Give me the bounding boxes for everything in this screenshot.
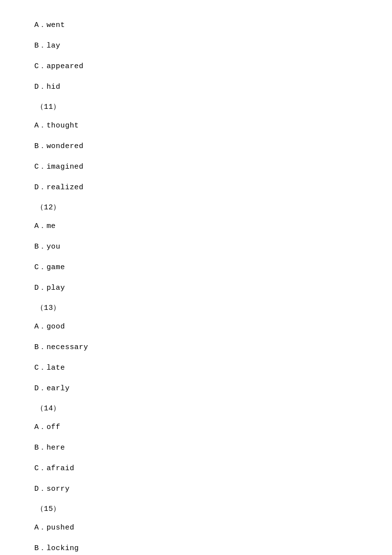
- option-b-you: B．you: [34, 241, 358, 253]
- option-d-realized: D．realized: [34, 182, 358, 194]
- question-group-11: （11） A．thought B．wondered C．imagined D．r…: [34, 102, 358, 194]
- option-d-play: D．play: [34, 282, 358, 294]
- option-a-pushed: A．pushed: [34, 522, 358, 534]
- option-a-me: A．me: [34, 221, 358, 232]
- option-a-good: A．good: [34, 321, 358, 333]
- question-group-0: A．went B．lay C．appeared D．hid: [34, 20, 358, 93]
- question-number-13: （13）: [34, 303, 358, 312]
- question-number-11: （11）: [34, 102, 358, 111]
- option-b-wondered: B．wondered: [34, 141, 358, 152]
- question-group-15: （15） A．pushed B．locking C．knocking D．shu…: [34, 504, 358, 555]
- option-a-off: A．off: [34, 422, 358, 433]
- option-c-afraid: C．afraid: [34, 463, 358, 475]
- question-number-14: （14）: [34, 404, 358, 413]
- main-content: A．went B．lay C．appeared D．hid （11） A．tho…: [0, 0, 392, 555]
- option-c-game: C．game: [34, 262, 358, 274]
- option-c-appeared: C．appeared: [34, 61, 358, 73]
- question-group-14: （14） A．off B．here C．afraid D．sorry: [34, 404, 358, 495]
- option-d-sorry: D．sorry: [34, 483, 358, 495]
- option-a-went: A．went: [34, 20, 358, 31]
- question-number-15: （15）: [34, 504, 358, 513]
- option-b-locking: B．locking: [34, 543, 358, 555]
- question-group-13: （13） A．good B．necessary C．late D．early: [34, 303, 358, 395]
- option-b-lay: B．lay: [34, 40, 358, 52]
- option-a-thought: A．thought: [34, 120, 358, 132]
- option-d-hid: D．hid: [34, 81, 358, 93]
- option-c-late: C．late: [34, 362, 358, 374]
- option-b-here: B．here: [34, 442, 358, 454]
- option-d-early: D．early: [34, 383, 358, 395]
- option-b-necessary: B．necessary: [34, 342, 358, 353]
- question-number-12: （12）: [34, 202, 358, 212]
- question-group-12: （12） A．me B．you C．game D．play: [34, 202, 358, 294]
- option-c-imagined: C．imagined: [34, 161, 358, 173]
